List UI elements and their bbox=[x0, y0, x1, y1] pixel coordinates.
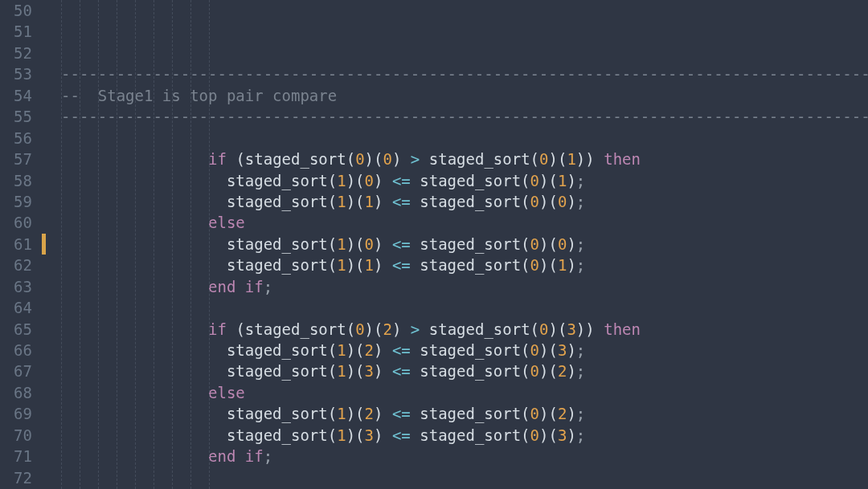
token-par: ( bbox=[328, 403, 337, 424]
token-punc: ; bbox=[576, 403, 585, 424]
token-num: 0 bbox=[558, 191, 567, 212]
code-line[interactable]: else bbox=[61, 212, 868, 233]
line-number: 66 bbox=[0, 340, 42, 361]
code-line[interactable]: if (staged_sort(0)(2) > staged_sort(0)(3… bbox=[61, 319, 868, 340]
token-id: staged_sort bbox=[420, 361, 521, 381]
line-number: 50 bbox=[0, 0, 42, 21]
code-line[interactable]: staged_sort(1)(1) <= staged_sort(0)(0); bbox=[61, 191, 868, 212]
token-sp bbox=[420, 149, 428, 169]
token-par: ) bbox=[539, 234, 548, 255]
line-number: 58 bbox=[0, 170, 42, 191]
token-par: ) bbox=[567, 361, 575, 381]
code-line[interactable]: end if; bbox=[61, 446, 868, 467]
token-num: 2 bbox=[558, 361, 567, 381]
token-par: ( bbox=[558, 149, 567, 169]
token-par: ( bbox=[355, 340, 364, 361]
token-par: ) bbox=[539, 255, 548, 275]
line-number: 68 bbox=[0, 382, 42, 403]
token-par: ( bbox=[346, 319, 355, 340]
token-par: ( bbox=[328, 170, 337, 191]
token-id: staged_sort bbox=[420, 340, 521, 361]
token-par: ) bbox=[576, 319, 585, 340]
token-par: ) bbox=[346, 425, 355, 446]
token-num: 1 bbox=[337, 170, 346, 191]
token-par: ( bbox=[521, 403, 530, 424]
token-par: ( bbox=[346, 149, 355, 169]
token-par: ( bbox=[558, 319, 567, 340]
code-area[interactable]: ----------------------------------------… bbox=[42, 0, 868, 489]
code-line[interactable]: staged_sort(1)(2) <= staged_sort(0)(2); bbox=[61, 403, 868, 424]
code-line[interactable]: else bbox=[61, 382, 868, 403]
token-sp bbox=[235, 276, 244, 297]
token-id: staged_sort bbox=[429, 319, 530, 340]
indent bbox=[61, 234, 227, 255]
token-sp bbox=[411, 340, 420, 361]
code-line[interactable]: staged_sort(1)(3) <= staged_sort(0)(2); bbox=[61, 361, 868, 381]
token-id: staged_sort bbox=[420, 255, 521, 275]
token-punc: ; bbox=[576, 170, 585, 191]
indent bbox=[61, 191, 227, 212]
token-par: ( bbox=[548, 425, 557, 446]
code-line[interactable]: end if; bbox=[61, 276, 868, 297]
token-sp bbox=[227, 149, 235, 169]
token-par: ) bbox=[539, 340, 548, 361]
token-op: <= bbox=[392, 425, 411, 446]
token-par: ( bbox=[355, 255, 364, 275]
code-line[interactable] bbox=[61, 128, 868, 149]
token-kw: end bbox=[208, 276, 235, 297]
code-editor[interactable]: 5051525354555657585960616263646566676869… bbox=[0, 0, 868, 489]
token-op: <= bbox=[392, 170, 411, 191]
line-number: 64 bbox=[0, 297, 42, 318]
code-line[interactable]: if (staged_sort(0)(0) > staged_sort(0)(1… bbox=[61, 149, 868, 169]
token-num: 0 bbox=[539, 319, 548, 340]
token-sp bbox=[383, 361, 391, 381]
token-par: ( bbox=[355, 403, 364, 424]
token-punc: ; bbox=[264, 446, 272, 467]
code-line[interactable]: ----------------------------------------… bbox=[61, 63, 868, 84]
token-kw: if bbox=[245, 276, 264, 297]
token-num: 0 bbox=[530, 403, 539, 424]
token-par: ( bbox=[328, 234, 337, 255]
token-par: ) bbox=[374, 170, 383, 191]
line-number: 65 bbox=[0, 319, 42, 340]
token-sp bbox=[411, 361, 420, 381]
token-sp bbox=[383, 191, 391, 212]
code-line[interactable]: ----------------------------------------… bbox=[61, 106, 868, 127]
token-num: 0 bbox=[530, 170, 539, 191]
code-line[interactable]: staged_sort(1)(0) <= staged_sort(0)(1); bbox=[61, 170, 868, 191]
code-line[interactable] bbox=[61, 297, 868, 318]
token-id: staged_sort bbox=[429, 149, 530, 169]
token-num: 1 bbox=[337, 361, 346, 381]
token-sp bbox=[383, 234, 391, 255]
token-sp bbox=[401, 149, 410, 169]
line-number: 70 bbox=[0, 425, 42, 446]
line-number: 56 bbox=[0, 128, 42, 149]
token-par: ) bbox=[392, 319, 401, 340]
token-par: ) bbox=[549, 319, 558, 340]
indent bbox=[61, 340, 227, 361]
code-line[interactable]: staged_sort(1)(2) <= staged_sort(0)(3); bbox=[61, 340, 868, 361]
code-line[interactable]: staged_sort(1)(0) <= staged_sort(0)(0); bbox=[61, 234, 868, 255]
token-par: ( bbox=[530, 319, 539, 340]
token-num: 3 bbox=[365, 425, 374, 446]
indent bbox=[61, 255, 227, 275]
indent bbox=[61, 170, 227, 191]
token-par: ) bbox=[374, 340, 383, 361]
token-par: ( bbox=[374, 149, 383, 169]
code-line[interactable]: staged_sort(1)(3) <= staged_sort(0)(3); bbox=[61, 425, 868, 446]
token-par: ( bbox=[548, 255, 557, 275]
token-par: ) bbox=[585, 149, 594, 169]
token-num: 1 bbox=[558, 255, 567, 275]
token-par: ) bbox=[365, 319, 374, 340]
token-num: 0 bbox=[365, 170, 374, 191]
token-num: 1 bbox=[558, 170, 567, 191]
token-par: ) bbox=[539, 191, 548, 212]
code-line[interactable] bbox=[61, 467, 868, 488]
code-line[interactable]: -- Stage1 is top pair compare bbox=[61, 85, 868, 106]
token-par: ) bbox=[374, 234, 383, 255]
code-line[interactable]: staged_sort(1)(1) <= staged_sort(0)(1); bbox=[61, 255, 868, 275]
token-sp bbox=[383, 255, 391, 275]
line-number: 57 bbox=[0, 149, 42, 169]
token-id: staged_sort bbox=[420, 234, 521, 255]
token-op: <= bbox=[392, 361, 411, 381]
